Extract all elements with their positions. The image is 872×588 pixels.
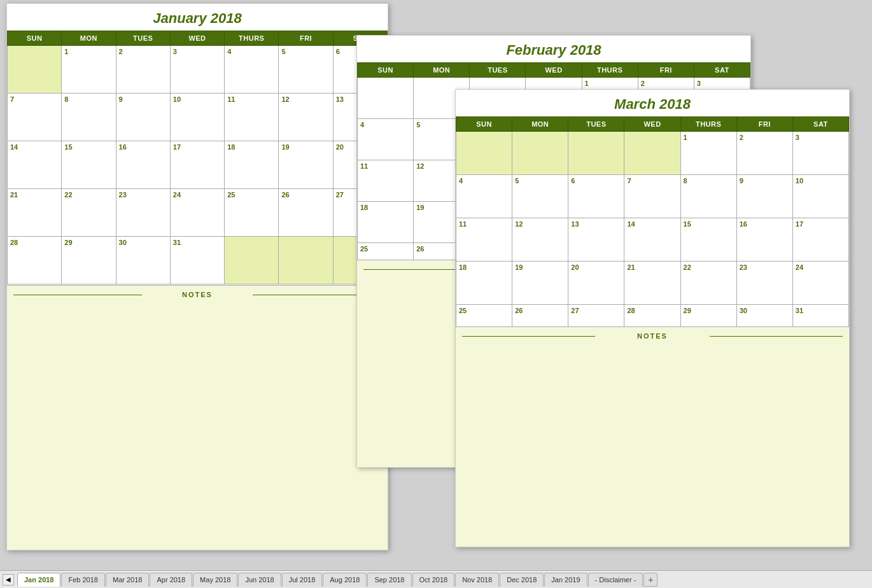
calendar-day-cell xyxy=(568,132,624,175)
calendar-day-cell: 14 xyxy=(624,218,680,262)
mar-header-thurs: THURS xyxy=(680,117,736,132)
table-row: 123456 xyxy=(8,46,388,94)
calendar-day-cell: 19 xyxy=(279,141,333,189)
feb-header-sun: SUN xyxy=(358,63,414,78)
calendar-day-cell: 8 xyxy=(62,94,116,141)
calendar-day-cell: 26 xyxy=(279,189,333,237)
calendar-day-cell: 15 xyxy=(62,141,116,189)
jan-notes: NOTES xyxy=(7,285,388,550)
table-row: 21222324252627 xyxy=(8,189,388,237)
mar-header-sat: SAT xyxy=(792,117,848,132)
tab-feb-2018[interactable]: Feb 2018 xyxy=(61,573,104,587)
calendar-day-cell: 1 xyxy=(62,46,116,94)
calendar-day-cell: 27 xyxy=(568,305,624,326)
mar-title: March 2018 xyxy=(456,90,849,116)
mar-header-mon: MON xyxy=(512,117,568,132)
calendar-day-cell: 26 xyxy=(512,305,568,326)
tab-bar: ◀ Jan 2018Feb 2018Mar 2018Apr 2018May 20… xyxy=(0,570,872,588)
calendar-day-cell: 21 xyxy=(8,189,62,237)
calendar-day-cell: 2 xyxy=(116,46,170,94)
calendar-day-cell: 30 xyxy=(116,237,170,284)
feb-header-mon: MON xyxy=(414,63,470,78)
table-row: 78910111213 xyxy=(8,94,388,141)
calendar-day-cell: 10 xyxy=(792,175,848,218)
tab-aug-2018[interactable]: Aug 2018 xyxy=(323,573,367,587)
calendar-day-cell xyxy=(624,132,680,175)
calendar-day-cell: 28 xyxy=(624,305,680,326)
feb-title: February 2018 xyxy=(357,36,750,62)
tab-sep-2018[interactable]: Sep 2018 xyxy=(367,573,411,587)
feb-header-tues: TUES xyxy=(470,63,526,78)
calendar-day-cell: 9 xyxy=(736,175,792,218)
jan-grid: SUNMONTUESWEDTHURSFRISAT 123456789101112… xyxy=(7,31,388,284)
add-tab-button[interactable]: + xyxy=(643,573,658,587)
calendar-day-cell: 4 xyxy=(456,175,512,218)
table-row: 28293031 xyxy=(8,237,388,284)
calendar-day-cell: 20 xyxy=(568,262,624,305)
calendar-day-cell: 25 xyxy=(358,243,414,260)
calendar-day-cell: 18 xyxy=(456,262,512,305)
mar-notes-label: NOTES xyxy=(462,332,843,340)
calendar-day-cell: 19 xyxy=(512,262,568,305)
calendar-day-cell: 9 xyxy=(116,94,170,141)
calendar-day-cell: 24 xyxy=(792,262,848,305)
feb-header-sat: SAT xyxy=(694,63,750,78)
calendar-day-cell: 23 xyxy=(116,189,170,237)
tab-dec-2018[interactable]: Dec 2018 xyxy=(500,573,544,587)
tab-apr-2018[interactable]: Apr 2018 xyxy=(150,573,192,587)
calendar-day-cell: 30 xyxy=(736,305,792,326)
table-row: 11121314151617 xyxy=(456,218,849,262)
calendar-day-cell xyxy=(279,237,333,284)
jan-header-thurs: THURS xyxy=(225,31,279,46)
jan-header-tues: TUES xyxy=(116,31,170,46)
tab-oct-2018[interactable]: Oct 2018 xyxy=(412,573,455,587)
table-row: 25262728293031 xyxy=(456,305,849,326)
calendar-day-cell: 18 xyxy=(225,141,279,189)
calendar-day-cell: 31 xyxy=(792,305,848,326)
calendar-day-cell: 1 xyxy=(680,132,736,175)
calendar-day-cell: 23 xyxy=(736,262,792,305)
tab-may-2018[interactable]: May 2018 xyxy=(193,573,237,587)
tab---disclaimer--[interactable]: - Disclaimer - xyxy=(588,573,643,587)
calendar-march: March 2018 SUNMONTUESWEDTHURSFRISAT 1234… xyxy=(455,89,850,547)
calendar-day-cell: 22 xyxy=(680,262,736,305)
mar-grid: SUNMONTUESWEDTHURSFRISAT 123456789101112… xyxy=(456,116,849,326)
calendar-day-cell: 7 xyxy=(624,175,680,218)
calendar-day-cell: 2 xyxy=(736,132,792,175)
calendar-day-cell: 25 xyxy=(225,189,279,237)
table-row: 18192021222324 xyxy=(456,262,849,305)
table-row: 14151617181920 xyxy=(8,141,388,189)
mar-header-fri: FRI xyxy=(736,117,792,132)
feb-header-fri: FRI xyxy=(638,63,694,78)
calendar-day-cell: 7 xyxy=(8,94,62,141)
tab-jan-2018[interactable]: Jan 2018 xyxy=(17,573,60,587)
tab-nav-prev[interactable]: ◀ xyxy=(3,574,14,585)
calendar-day-cell xyxy=(456,132,512,175)
mar-notes: NOTES xyxy=(456,326,849,547)
calendar-day-cell: 29 xyxy=(62,237,116,284)
feb-header-thurs: THURS xyxy=(582,63,638,78)
tab-jun-2018[interactable]: Jun 2018 xyxy=(238,573,281,587)
tab-nov-2018[interactable]: Nov 2018 xyxy=(455,573,499,587)
calendar-day-cell: 6 xyxy=(568,175,624,218)
calendar-day-cell: 17 xyxy=(792,218,848,262)
tab-jan-2019[interactable]: Jan 2019 xyxy=(544,573,587,587)
calendar-day-cell: 13 xyxy=(568,218,624,262)
calendar-day-cell: 4 xyxy=(225,46,279,94)
calendar-day-cell: 5 xyxy=(512,175,568,218)
calendar-day-cell: 17 xyxy=(170,141,224,189)
calendar-day-cell: 24 xyxy=(170,189,224,237)
mar-header-tues: TUES xyxy=(568,117,624,132)
calendar-day-cell xyxy=(512,132,568,175)
jan-header-wed: WED xyxy=(170,31,224,46)
feb-header-wed: WED xyxy=(526,63,582,78)
tab-mar-2018[interactable]: Mar 2018 xyxy=(106,573,149,587)
calendar-day-cell: 28 xyxy=(8,237,62,284)
calendar-day-cell: 25 xyxy=(456,305,512,326)
calendar-day-cell: 12 xyxy=(512,218,568,262)
calendar-day-cell: 8 xyxy=(680,175,736,218)
calendar-day-cell xyxy=(225,237,279,284)
tab-jul-2018[interactable]: Jul 2018 xyxy=(282,573,323,587)
calendar-day-cell: 16 xyxy=(736,218,792,262)
calendar-day-cell: 15 xyxy=(680,218,736,262)
